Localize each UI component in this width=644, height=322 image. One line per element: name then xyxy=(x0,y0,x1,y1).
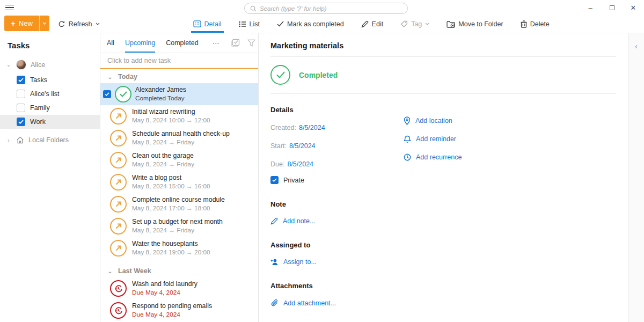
task-row[interactable]: Schedule annual health check-upMay 8, 20… xyxy=(100,127,258,149)
sidebar-title: Tasks xyxy=(0,35,100,56)
detail-view-tab[interactable]: Detail xyxy=(191,15,224,33)
task-title: Set up a budget for next month xyxy=(132,218,223,226)
task-detail-pane: Marketing materials Completed Details Cr… xyxy=(259,33,628,322)
sidebar-item-label: Family xyxy=(30,104,50,112)
task-row[interactable]: Write a blog postMay 8, 2024 15:00 → 16:… xyxy=(100,171,258,193)
task-title: Clean out the garage xyxy=(132,152,194,160)
group-header-last-week[interactable]: ⌄ Last Week xyxy=(100,264,258,277)
new-dropdown-arrow[interactable] xyxy=(39,16,49,31)
assign-to-button[interactable]: Assign to... xyxy=(270,258,616,266)
account-row-alice[interactable]: ⌄ Alice xyxy=(0,56,100,73)
toolbar: +New Refresh Detail List Mark as complet… xyxy=(0,15,644,33)
task-row[interactable]: Water the houseplantsMay 8, 2024 19:00 →… xyxy=(100,237,258,259)
task-row[interactable]: Respond to pending emailsDue May 4, 2024 xyxy=(100,299,258,321)
chevron-down-icon xyxy=(425,23,429,25)
hamburger-menu-icon[interactable] xyxy=(5,3,19,12)
add-location-button[interactable]: Add location xyxy=(404,116,462,126)
status-badge: Completed xyxy=(299,71,338,79)
sidebar-item-label: Alice's list xyxy=(30,90,59,98)
task-row[interactable]: Set up a budget for next monthMay 8, 202… xyxy=(100,215,258,237)
folders-sidebar: Tasks ⌄ Alice Tasks Alice's list Family … xyxy=(0,33,100,322)
group-header-today[interactable]: ⌄ Today xyxy=(100,69,258,83)
task-subtitle: Completed Today xyxy=(135,94,186,103)
checkbox-checked-icon[interactable] xyxy=(270,176,279,184)
checkmark-icon xyxy=(277,21,284,27)
edit-button[interactable]: Edit xyxy=(359,15,386,33)
task-subtitle: May 8, 2024 → Friday xyxy=(132,160,194,169)
start-date-value[interactable]: 8/5/2024 xyxy=(289,142,316,150)
task-filter-tabs: All Upcoming Completed ⋯ xyxy=(100,33,258,53)
new-button[interactable]: +New xyxy=(4,16,49,31)
sidebar-item-local-folders[interactable]: › Local Folders xyxy=(0,131,100,149)
task-overdue-icon xyxy=(110,280,127,297)
due-date-value[interactable]: 8/5/2024 xyxy=(287,160,313,168)
checkbox-checked-icon[interactable] xyxy=(17,76,25,84)
checkbox-unchecked-icon[interactable] xyxy=(17,90,25,98)
filter-icon[interactable] xyxy=(247,39,255,47)
completed-status-icon xyxy=(270,65,290,85)
tab-upcoming[interactable]: Upcoming xyxy=(125,33,155,53)
task-title: Respond to pending emails xyxy=(132,302,212,310)
tab-completed[interactable]: Completed xyxy=(166,33,198,53)
select-all-icon[interactable] xyxy=(231,39,240,47)
more-options-icon[interactable]: ⋯ xyxy=(213,33,221,53)
maximize-button[interactable] xyxy=(601,0,623,15)
task-title: Schedule annual health check-up xyxy=(132,130,230,138)
task-upcoming-icon xyxy=(110,152,127,169)
sidebar-item-alices-list[interactable]: Alice's list xyxy=(0,87,100,101)
avatar xyxy=(16,60,26,70)
home-icon xyxy=(16,136,24,144)
add-new-task-input[interactable]: Click to add new task xyxy=(100,53,258,69)
move-to-folder-icon xyxy=(447,20,455,28)
task-overdue-icon xyxy=(110,302,127,319)
assign-person-icon xyxy=(270,258,279,266)
add-attachment-button[interactable]: Add attachment... xyxy=(270,299,616,307)
search-input[interactable] xyxy=(260,5,402,12)
refresh-button[interactable]: Refresh xyxy=(56,15,102,33)
task-row[interactable]: Initial wizard rewritingMay 8, 2024 10:0… xyxy=(100,105,258,127)
task-checkbox-checked-icon[interactable] xyxy=(103,90,111,98)
add-recurrence-button[interactable]: Add recurrence xyxy=(404,152,462,162)
delete-button[interactable]: Delete xyxy=(518,15,552,33)
task-subtitle: Due May 4, 2024 xyxy=(132,311,212,319)
collapse-chevron-left-icon[interactable]: ‹ xyxy=(635,42,638,322)
tab-all[interactable]: All xyxy=(107,33,114,53)
task-row[interactable]: Clean out the garageMay 8, 2024 → Friday xyxy=(100,149,258,171)
mark-as-completed-button[interactable]: Mark as completed xyxy=(275,15,346,33)
checkbox-checked-icon[interactable] xyxy=(17,118,25,126)
refresh-icon xyxy=(58,20,65,28)
close-button[interactable]: ✕ xyxy=(623,0,644,15)
sidebar-item-work[interactable]: Work xyxy=(0,115,100,129)
task-subtitle: May 8, 2024 10:00 → 12:00 xyxy=(132,116,210,125)
list-view-tab[interactable]: List xyxy=(237,15,262,33)
created-date-value[interactable]: 8/5/2024 xyxy=(299,124,325,131)
private-checkbox-row[interactable]: Private xyxy=(270,176,404,184)
search-box[interactable] xyxy=(244,3,408,14)
sidebar-item-label: Tasks xyxy=(30,76,47,84)
clock-icon xyxy=(404,153,411,161)
sidebar-item-tasks[interactable]: Tasks xyxy=(0,73,100,87)
note-heading: Note xyxy=(270,200,616,208)
move-to-folder-label: Move to Folder xyxy=(458,20,503,28)
mark-as-completed-label: Mark as completed xyxy=(287,20,344,28)
sidebar-item-label: Work xyxy=(30,118,46,126)
task-row[interactable]: Complete online course moduleMay 8, 2024… xyxy=(100,193,258,215)
task-subtitle: May 8, 2024 19:00 → 20:00 xyxy=(132,248,210,257)
add-reminder-button[interactable]: Add reminder xyxy=(404,134,462,144)
tag-button[interactable]: Tag xyxy=(398,15,431,33)
task-subtitle: May 8, 2024 → Friday xyxy=(132,138,230,147)
account-name: Alice xyxy=(31,61,45,69)
move-to-folder-button[interactable]: Move to Folder xyxy=(444,15,505,33)
minimize-button[interactable]: – xyxy=(580,0,601,15)
chevron-down-icon xyxy=(96,23,100,25)
task-row[interactable]: Wash and fold laundryDue May 4, 2024 xyxy=(100,277,258,299)
add-note-button[interactable]: Add note... xyxy=(270,217,616,225)
details-heading: Details xyxy=(270,106,404,114)
sidebar-item-family[interactable]: Family xyxy=(0,101,100,115)
task-row[interactable]: Alexander JamesCompleted Today xyxy=(100,83,258,105)
task-subtitle: Due May 4, 2024 xyxy=(132,289,197,297)
start-field: Start: 8/5/2024 xyxy=(270,141,404,150)
task-upcoming-icon xyxy=(110,130,127,147)
edit-label: Edit xyxy=(372,20,384,28)
checkbox-unchecked-icon[interactable] xyxy=(17,104,25,112)
